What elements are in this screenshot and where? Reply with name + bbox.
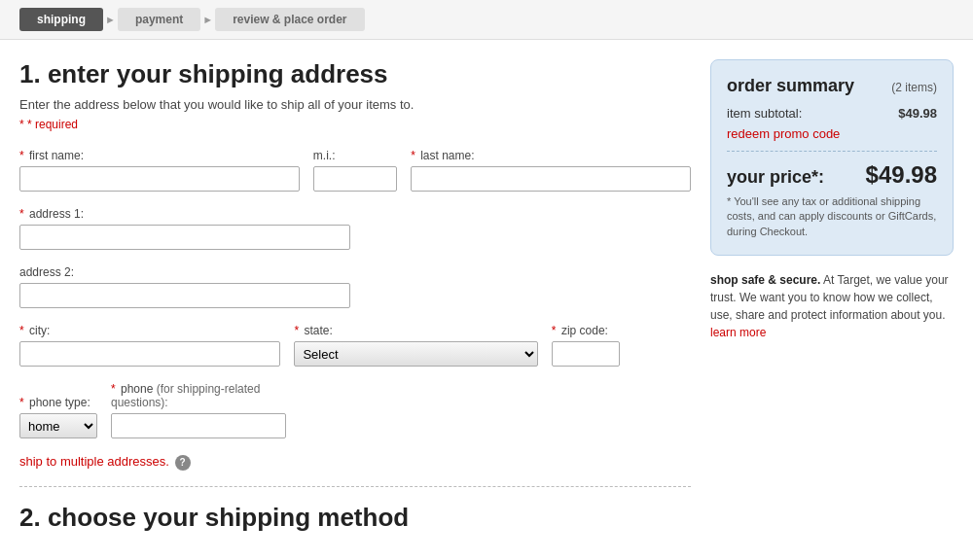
state-group: * state: Select AL AK AZ CA CO FL NY TX	[294, 324, 537, 367]
state-label: * state:	[294, 324, 537, 337]
your-price-label: your price*:	[727, 167, 824, 188]
summary-items-count: (2 items)	[891, 81, 937, 94]
subtotal-label: item subtotal:	[727, 106, 802, 121]
promo-link[interactable]: redeem promo code	[727, 126, 840, 141]
zip-label: * zip code:	[552, 324, 691, 337]
last-name-input[interactable]	[411, 166, 691, 192]
nav-step-payment[interactable]: payment	[118, 8, 200, 31]
section2-title: 2. choose your shipping method	[19, 503, 691, 533]
address1-input[interactable]	[19, 225, 350, 250]
nav-step-shipping[interactable]: shipping	[19, 8, 103, 31]
phone-type-req: *	[19, 396, 24, 409]
phone-type-select[interactable]: home work mobile	[19, 413, 97, 438]
ship-multiple-link[interactable]: ship to multiple addresses.	[19, 454, 169, 469]
nav-step-review[interactable]: review & place order	[215, 8, 364, 31]
last-name-req: *	[411, 149, 415, 162]
help-icon[interactable]: ?	[175, 455, 191, 471]
phone-input[interactable]	[111, 413, 286, 438]
page-title: 1. enter your shipping address	[19, 59, 691, 89]
mi-group: m.i.:	[313, 149, 397, 192]
city-label: * city:	[19, 324, 280, 337]
first-name-group: * first name:	[19, 149, 300, 192]
your-price-value: $49.98	[866, 161, 937, 189]
summary-note: * You'll see any tax or additional shipp…	[727, 194, 937, 239]
first-name-input[interactable]	[19, 166, 300, 192]
phone-row: * phone type: home work mobile * phone (…	[19, 382, 691, 438]
nav-arrow-2: ►	[202, 14, 213, 25]
subtotal-row: item subtotal: $49.98	[727, 106, 937, 121]
zip-input[interactable]	[552, 341, 620, 367]
safe-secure-bold: shop safe & secure.	[710, 273, 820, 287]
promo-row: redeem promo code	[727, 126, 937, 141]
address1-row: * address 1:	[19, 207, 691, 250]
name-row: * first name: m.i.: * last name:	[19, 149, 691, 192]
last-name-label: * last name:	[411, 149, 691, 162]
city-req: *	[19, 324, 24, 337]
phone-number-group: * phone (for shipping-related questions)…	[111, 382, 286, 438]
section-divider	[19, 486, 691, 487]
phone-number-label: * phone (for shipping-related questions)…	[111, 382, 286, 409]
ship-multiple-section: ship to multiple addresses. ?	[19, 454, 691, 471]
address1-req: *	[19, 207, 24, 221]
mi-label: m.i.:	[313, 149, 397, 162]
mi-input[interactable]	[313, 166, 397, 192]
phone-type-label: * phone type:	[19, 396, 97, 409]
address2-row: address 2:	[19, 265, 691, 308]
city-group: * city:	[19, 324, 280, 367]
zip-group: * zip code:	[552, 324, 691, 367]
address2-label: address 2:	[19, 265, 350, 279]
address2-input[interactable]	[19, 283, 350, 308]
state-req: *	[294, 324, 299, 337]
breadcrumb-nav: shipping ► payment ► review & place orde…	[0, 0, 973, 40]
phone-type-group: * phone type: home work mobile	[19, 396, 97, 438]
summary-title: order summary	[727, 76, 854, 96]
your-price-row: your price*: $49.98	[727, 161, 937, 189]
sidebar: order summary (2 items) item subtotal: $…	[710, 59, 954, 533]
order-summary-box: order summary (2 items) item subtotal: $…	[710, 59, 954, 256]
phone-req: *	[111, 382, 116, 396]
zip-req: *	[552, 324, 557, 337]
subtotal-value: $49.98	[898, 106, 937, 121]
form-section: 1. enter your shipping address Enter the…	[19, 59, 691, 533]
safe-secure-section: shop safe & secure. At Target, we value …	[710, 271, 954, 341]
nav-arrow-1: ►	[105, 14, 116, 25]
required-note: * * required	[19, 118, 691, 131]
summary-divider	[727, 151, 937, 152]
first-name-req: *	[19, 149, 24, 162]
page-subtitle: Enter the address below that you would l…	[19, 97, 691, 112]
summary-header: order summary (2 items)	[727, 76, 937, 96]
first-name-label: * first name:	[19, 149, 300, 162]
city-state-zip-row: * city: * state: Select AL AK AZ CA CO F…	[19, 324, 691, 367]
city-input[interactable]	[19, 341, 280, 367]
required-asterisk: *	[19, 118, 24, 131]
address1-group: * address 1:	[19, 207, 350, 250]
last-name-group: * last name:	[411, 149, 691, 192]
main-container: 1. enter your shipping address Enter the…	[0, 40, 973, 552]
address1-label: * address 1:	[19, 207, 350, 221]
safe-secure-learn-more[interactable]: learn more	[710, 326, 766, 339]
address2-group: address 2:	[19, 265, 350, 308]
state-select[interactable]: Select AL AK AZ CA CO FL NY TX	[294, 341, 537, 367]
